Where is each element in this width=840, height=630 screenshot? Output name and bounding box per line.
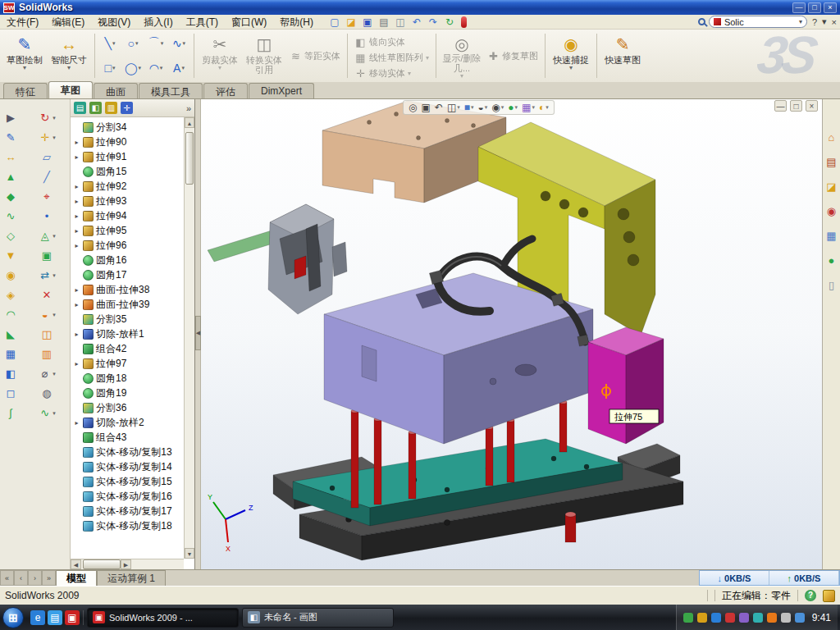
tree-item[interactable]: ▸拉伸91 <box>73 149 183 164</box>
sketch-tool-icon[interactable]: ✎ <box>4 130 18 144</box>
taskpane-custom-properties-icon[interactable]: ▯ <box>824 278 838 292</box>
hole-wizard-icon[interactable]: ◉ <box>4 268 18 282</box>
smart-dimension-tool-button[interactable]: ↔ <box>4 150 18 164</box>
rebuild-tool-icon[interactable]: ↻ <box>38 111 52 125</box>
propertymanager-tab[interactable]: ◧ <box>89 102 102 114</box>
new-document-button[interactable]: ▢ <box>328 16 341 29</box>
extruded-boss-button[interactable]: ▲ <box>4 170 18 184</box>
lofted-boss-icon[interactable]: ◇ <box>4 229 18 243</box>
edit-appearance-button[interactable]: ●▾ <box>508 102 518 113</box>
tab-features[interactable]: 特征 <box>3 83 48 98</box>
menu-help[interactable]: 帮助(H) <box>273 15 320 30</box>
expand-icon[interactable]: ▸ <box>73 360 80 368</box>
window-close-button[interactable]: × <box>824 2 837 13</box>
start-button[interactable]: ⊞ <box>2 607 24 628</box>
scroll-right-icon[interactable]: ▶ <box>121 559 131 569</box>
tray-icon[interactable] <box>683 613 693 623</box>
linear-sketch-pattern-button[interactable]: ▦ 线性草图阵列 ▾ <box>352 51 431 65</box>
sketch-text-button[interactable]: A▾ <box>168 57 189 80</box>
tree-item[interactable]: 实体-移动/复制14 <box>73 459 183 474</box>
tray-icon[interactable] <box>697 613 707 623</box>
extruded-boss-icon[interactable]: ▲ <box>4 170 18 184</box>
chamfer-icon[interactable]: ◣ <box>4 327 18 341</box>
zoom-fit-button[interactable]: ◎ <box>409 102 417 113</box>
tree-item[interactable]: 分割35 <box>73 312 183 326</box>
help-button[interactable]: ? <box>812 17 817 27</box>
tab-sketch[interactable]: 草图 <box>48 81 93 98</box>
trim-entities-button[interactable]: ✂ 剪裁实体 ▾ <box>199 32 241 80</box>
knit-surface-icon[interactable]: ◫ <box>40 327 54 341</box>
undo-button[interactable]: ↶ <box>410 16 423 29</box>
chamfer-button[interactable]: ◣ <box>4 327 18 341</box>
lofted-boss-button[interactable]: ◇ <box>4 229 18 243</box>
quicklaunch-solidworks-launcher-icon[interactable]: ▣ <box>65 610 80 625</box>
part-nozzle-arm[interactable] <box>208 204 347 314</box>
tree-item[interactable]: ▸拉伸92 <box>73 179 183 194</box>
expand-icon[interactable]: ▸ <box>73 419 80 427</box>
display-style-button[interactable]: ◒▾ <box>478 102 488 113</box>
tree-item[interactable]: 实体-移动/复制18 <box>73 518 183 533</box>
extruded-cut-button[interactable]: ▼ <box>4 249 18 262</box>
view-orientation-button[interactable]: ■▾ <box>464 102 474 113</box>
expand-icon[interactable]: ▸ <box>73 301 80 308</box>
axis-icon[interactable]: ╱ <box>40 170 54 184</box>
swept-boss-button[interactable]: ∿ <box>4 209 18 223</box>
tree-item[interactable]: ▸拉伸90 <box>73 135 183 149</box>
tab-dimxpert[interactable]: DimXpert <box>249 83 314 98</box>
expand-icon[interactable]: ▸ <box>73 212 80 220</box>
taskpane-file-explorer-icon[interactable]: ◪ <box>824 180 838 194</box>
taskbar-window-button[interactable]: ◧未命名 - 画图 <box>242 608 394 628</box>
move-entities-button[interactable]: ✛ 移动实体 ▾ <box>352 66 431 80</box>
convert-entities-button[interactable]: ◫ 转换实体引用 <box>243 32 285 80</box>
tab-evaluate[interactable]: 评估 <box>203 83 248 98</box>
tab-mold-tools[interactable]: 模具工具 <box>139 83 203 98</box>
expand-icon[interactable]: ▸ <box>73 153 80 161</box>
extruded-cut-icon[interactable]: ▼ <box>4 249 18 262</box>
search-input[interactable]: Solic ▾ <box>709 16 807 28</box>
scroll-left-icon[interactable]: ◀ <box>71 559 81 569</box>
tree-item[interactable]: ▸拉伸94 <box>73 208 183 223</box>
expand-icon[interactable]: ▸ <box>73 183 80 190</box>
menu-view[interactable]: 视图(V) <box>91 15 137 30</box>
scroll-up-icon[interactable]: ▲ <box>185 117 194 128</box>
graphics-area[interactable]: ◎▣↶◫▾■▾◒▾◉▾●▾▦▾◐▾ —□× <box>201 99 822 569</box>
taskpane-design-library-icon[interactable]: ▤ <box>824 155 838 169</box>
coordinate-system-icon[interactable]: ⌖ <box>40 189 54 203</box>
tree-horizontal-scrollbar[interactable]: ◀ ▶ <box>71 559 184 569</box>
tray-icon[interactable] <box>711 613 721 623</box>
print-button[interactable]: ▤ <box>377 16 390 29</box>
window-minimize-button[interactable]: — <box>792 2 806 13</box>
combine-tool-button[interactable]: ▣ <box>40 249 54 262</box>
delete-body-icon[interactable]: ✕ <box>40 288 54 302</box>
configurationmanager-tab[interactable]: ▥ <box>105 102 117 114</box>
revolved-boss-icon[interactable]: ◆ <box>4 189 18 203</box>
tree-item[interactable]: ▸拉伸93 <box>73 194 183 208</box>
mass-properties-button[interactable]: ◍ <box>40 386 54 400</box>
view-settings-button[interactable]: ◐▾ <box>539 102 549 113</box>
dimxpertmanager-tab[interactable]: ✛ <box>121 102 133 114</box>
point-tool-icon[interactable]: • <box>40 209 54 223</box>
plane-icon[interactable]: ▱ <box>40 150 54 164</box>
taskpane-view-palette-icon[interactable]: ▦ <box>824 229 838 243</box>
coordinate-system-button[interactable]: ⌖ <box>40 189 54 203</box>
thicken-icon[interactable]: ▥ <box>40 347 54 361</box>
zoom-to-area-button[interactable]: ▣ <box>421 102 430 113</box>
split-tool-button[interactable]: ◬▾ <box>38 229 56 243</box>
revolved-cut-button[interactable]: ◈ <box>4 288 18 302</box>
section-view-button[interactable]: ◫▾ <box>447 102 460 113</box>
tray-icon[interactable] <box>753 613 763 623</box>
knit-surface-button[interactable]: ◫ <box>40 327 54 341</box>
spline-handle-button[interactable]: ∿▾ <box>38 406 56 420</box>
tree-item[interactable]: ▸曲面-拉伸38 <box>73 282 183 297</box>
first-tab-button[interactable]: « <box>0 570 14 586</box>
expand-icon[interactable]: ▸ <box>73 286 80 294</box>
tree-item[interactable]: 分割36 <box>73 400 183 415</box>
part-red-cylinder[interactable] <box>565 512 576 542</box>
centerpoint-arc-button[interactable]: ⌒▾ <box>145 32 167 55</box>
doc-tab-motion-study[interactable]: 运动算例 1 <box>97 570 166 586</box>
quicklaunch-show-desktop-icon[interactable]: ▤ <box>48 610 62 625</box>
document-restore-button[interactable]: □ <box>790 100 802 112</box>
document-minimize-button[interactable]: — <box>774 100 787 112</box>
next-tab-button[interactable]: › <box>28 570 42 586</box>
axis-button[interactable]: ╱ <box>40 170 54 184</box>
